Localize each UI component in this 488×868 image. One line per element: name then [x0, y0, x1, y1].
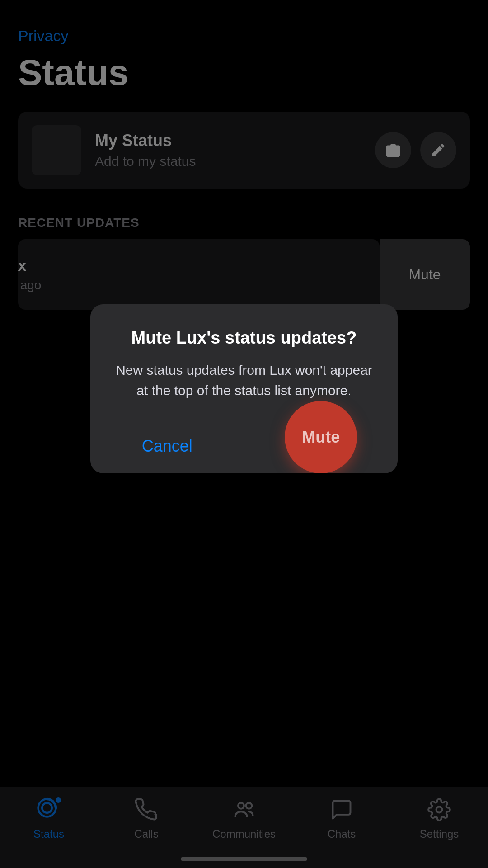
dialog-overlay: Mute Lux's status updates? New status up…	[0, 0, 488, 868]
mute-button[interactable]: Mute	[285, 401, 357, 473]
dialog-title: Mute Lux's status updates?	[113, 327, 375, 349]
dialog-message: New status updates from Lux won't appear…	[113, 360, 375, 401]
cancel-button[interactable]: Cancel	[90, 419, 244, 473]
mute-dialog: Mute Lux's status updates? New status up…	[90, 304, 398, 473]
mute-button-label: Mute	[302, 428, 340, 447]
dialog-actions: Cancel Mute	[90, 419, 398, 473]
dialog-body: Mute Lux's status updates? New status up…	[90, 304, 398, 419]
mute-button-wrapper: Mute	[244, 419, 398, 473]
